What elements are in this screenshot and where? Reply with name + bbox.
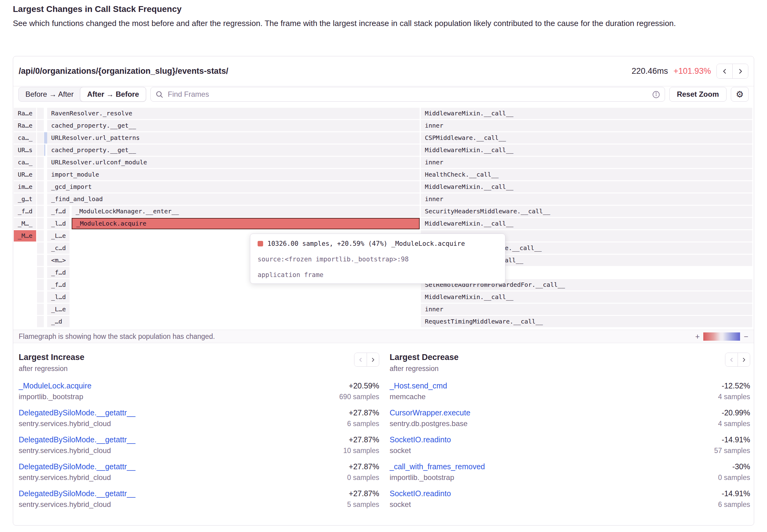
find-frames-search — [150, 87, 665, 102]
change-percent: -14.91% — [722, 489, 750, 498]
flame-frame[interactable] — [37, 193, 44, 205]
flame-frame[interactable] — [37, 316, 44, 327]
selected-flame-frame[interactable]: _ModuleLock.acquire — [72, 218, 420, 229]
flame-frame[interactable]: <m…> — [47, 255, 70, 266]
flame-frame[interactable] — [37, 169, 44, 180]
flame-frame[interactable]: _find_and_load — [47, 193, 420, 205]
flame-frame[interactable]: cached_property.__get__ — [47, 144, 420, 156]
search-input[interactable] — [151, 87, 665, 101]
duration-value: 220.46ms — [632, 66, 668, 76]
flame-frame[interactable]: MiddlewareMixin.__call__ — [421, 181, 752, 193]
change-list-item: DelegatedBySiloMode.__getattr__+27.87%se… — [19, 489, 379, 509]
flame-frame[interactable]: inner — [421, 120, 752, 131]
flame-frame[interactable]: inner — [421, 304, 752, 315]
flame-frame[interactable]: MiddlewareMixin.__call__ — [421, 291, 752, 303]
flame-frame[interactable]: _l…d — [47, 218, 70, 229]
function-link[interactable]: DelegatedBySiloMode.__getattr__ — [19, 408, 135, 417]
flame-frame[interactable]: ca…_ — [14, 132, 36, 144]
flame-frame[interactable]: cached_property.__get__ — [47, 120, 420, 131]
flame-frame[interactable]: _M…_ — [14, 218, 36, 229]
function-link[interactable]: SocketIO.readinto — [390, 435, 451, 444]
flame-frame[interactable]: RequestTimingMiddleware.__call__ — [421, 316, 752, 327]
function-link[interactable]: _Host.send_cmd — [390, 381, 447, 390]
flame-frame[interactable] — [37, 218, 44, 229]
change-percent: -20.99% — [722, 408, 750, 417]
flame-frame[interactable]: _…d — [47, 316, 70, 327]
change-percent: +27.87% — [349, 489, 379, 498]
flame-frame[interactable]: _f…d — [47, 206, 70, 217]
flame-frame[interactable] — [37, 291, 44, 303]
flame-frame[interactable]: CSPMiddleware.__call__ — [421, 132, 752, 144]
function-link[interactable]: DelegatedBySiloMode.__getattr__ — [19, 435, 135, 444]
flamegraph[interactable]: 10326.00 samples, +20.59% (47%) _ModuleL… — [13, 108, 752, 330]
duration-change: +101.93% — [674, 66, 711, 76]
chevron-left-icon[interactable] — [717, 64, 732, 78]
info-icon[interactable] — [652, 90, 660, 100]
flame-frame[interactable]: inner — [421, 193, 752, 205]
flame-frame[interactable] — [37, 304, 44, 315]
flame-frame-decrease[interactable] — [44, 132, 47, 144]
flame-frame[interactable] — [37, 267, 44, 278]
chevron-left-icon[interactable] — [725, 353, 738, 366]
function-link[interactable]: _call_with_frames_removed — [390, 462, 485, 471]
change-list-item: DelegatedBySiloMode.__getattr__+27.87%se… — [19, 462, 379, 482]
frame-color-swatch — [257, 241, 263, 246]
flame-frame[interactable]: UR…e — [14, 169, 36, 180]
flame-frame[interactable]: SecurityHeadersMiddleware.__call__ — [421, 206, 752, 217]
flame-frame[interactable]: MiddlewareMixin.__call__ — [421, 108, 752, 119]
toggle-before-after[interactable]: Before → After — [19, 87, 80, 101]
flame-frame[interactable] — [37, 230, 44, 242]
flame-frame[interactable]: MiddlewareMixin.__call__ — [421, 144, 752, 156]
flame-frame[interactable] — [37, 108, 44, 119]
change-list-item: _call_with_frames_removed-30%importlib._… — [390, 462, 750, 482]
toggle-after-before[interactable]: After → Before — [80, 87, 146, 102]
flame-frame[interactable]: HealthCheck.__call__ — [421, 169, 752, 180]
flame-frame[interactable] — [37, 157, 44, 168]
flame-frame[interactable]: _l…d — [47, 291, 70, 303]
flame-frame[interactable] — [37, 206, 44, 217]
flame-frame[interactable]: _f…d — [47, 267, 70, 278]
chevron-right-icon[interactable] — [738, 353, 750, 366]
flame-frame[interactable]: Ra…e — [14, 120, 36, 131]
flame-frame[interactable] — [37, 279, 44, 290]
gear-icon[interactable]: ⚙ — [731, 87, 749, 102]
flame-frame[interactable]: _ModuleLockManager.__enter__ — [72, 206, 420, 217]
flame-frame[interactable] — [37, 132, 44, 144]
flame-frame[interactable]: _M…e — [14, 230, 36, 242]
reset-zoom-button[interactable]: Reset Zoom — [669, 87, 727, 102]
function-link[interactable]: _ModuleLock.acquire — [19, 381, 92, 390]
flame-frame[interactable]: RavenResolver._resolve — [47, 108, 420, 119]
flame-frame[interactable] — [37, 255, 44, 266]
flame-frame[interactable] — [37, 242, 44, 254]
module-label: sentry.services.hybrid_cloud — [19, 473, 111, 482]
function-link[interactable]: CursorWrapper.execute — [390, 408, 471, 417]
flame-frame[interactable]: Ra…e — [14, 108, 36, 119]
flame-frame[interactable]: _L…e — [47, 230, 70, 242]
chevron-right-icon[interactable] — [366, 353, 379, 366]
flame-frame[interactable] — [37, 181, 44, 193]
flame-frame[interactable]: URLResolver.urlconf_module — [47, 157, 420, 168]
chevron-right-icon[interactable] — [732, 64, 748, 78]
samples-count: 57 samples — [714, 447, 750, 455]
flame-frame[interactable]: ca…_ — [14, 157, 36, 168]
flame-frame[interactable]: import_module — [47, 169, 420, 180]
flame-frame[interactable]: URLResolver.url_patterns — [47, 132, 420, 144]
flame-frame[interactable]: _f…d — [14, 206, 36, 217]
flame-frame[interactable]: _L…e — [47, 304, 70, 315]
function-link[interactable]: DelegatedBySiloMode.__getattr__ — [19, 489, 135, 498]
flame-frame-decrease[interactable] — [44, 144, 45, 156]
flame-frame[interactable]: _gcd_import — [47, 181, 420, 193]
function-link[interactable]: DelegatedBySiloMode.__getattr__ — [19, 462, 135, 471]
flame-frame[interactable]: UR…s — [14, 144, 36, 156]
chevron-left-icon[interactable] — [354, 353, 366, 366]
flame-frame[interactable] — [37, 120, 44, 131]
flame-frame[interactable]: _g…t — [14, 193, 36, 205]
flame-frame[interactable]: MiddlewareMixin.__call__ — [421, 218, 752, 229]
function-link[interactable]: SocketIO.readinto — [390, 489, 451, 498]
flame-frame[interactable]: _c…d — [47, 242, 70, 254]
flame-frame[interactable]: im…e — [14, 181, 36, 193]
flame-frame[interactable]: inner — [421, 157, 752, 168]
legend-plus: + — [695, 332, 700, 341]
flame-frame[interactable]: _f…d — [47, 279, 70, 290]
flame-frame[interactable] — [37, 144, 44, 156]
